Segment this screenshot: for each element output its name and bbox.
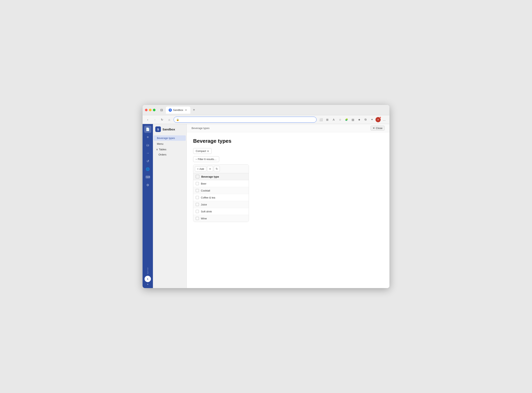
- more-options-button[interactable]: …: [381, 117, 387, 123]
- extension-icon[interactable]: 🧩: [344, 117, 349, 123]
- row-checkbox-beer[interactable]: [196, 182, 199, 185]
- table-row: Coffee & tea: [193, 194, 249, 201]
- row-checkbox-soft-drink[interactable]: [196, 210, 199, 213]
- chevron-down-icon: ∨: [207, 149, 209, 152]
- sidebar-dot: [147, 284, 148, 285]
- close-traffic-light[interactable]: [145, 109, 148, 111]
- favorites-icon[interactable]: ★: [356, 117, 362, 123]
- sidebar-icon-folder[interactable]: 🗂: [144, 142, 151, 149]
- address-bar[interactable]: 🔒: [174, 117, 317, 123]
- column-header-beverage-type: Beverage type: [201, 175, 219, 178]
- refresh-button[interactable]: ↻: [159, 117, 165, 123]
- page-title: Beverage types: [193, 138, 383, 144]
- row-checkbox-coffee-tea[interactable]: [196, 196, 199, 199]
- sidebar-icon-keyboard[interactable]: ⌨: [144, 173, 151, 181]
- grid-icon[interactable]: ⊞: [325, 117, 330, 123]
- list-icon: ≡: [209, 167, 211, 170]
- table-container: + Add ≡ ↻ Beverage type: [193, 164, 249, 222]
- reader-icon[interactable]: ▤: [350, 117, 356, 123]
- new-tab-button[interactable]: +: [191, 107, 197, 113]
- row-text-juice: Juice: [201, 203, 207, 206]
- tab-area: S Sandbox ✕ +: [166, 107, 387, 114]
- copilot-icon[interactable]: ✦: [369, 117, 375, 123]
- row-text-wine: Wine: [201, 217, 207, 220]
- tab-favicon-icon: S: [169, 108, 172, 112]
- screen-cast-icon[interactable]: ⬜: [318, 117, 324, 123]
- font-icon[interactable]: A: [331, 117, 336, 123]
- row-text-cocktail: Cocktail: [201, 189, 210, 192]
- sidebar-icon-login[interactable]: →: [144, 149, 151, 157]
- back-button[interactable]: ‹: [145, 117, 151, 123]
- row-checkbox-cocktail[interactable]: [196, 189, 199, 192]
- sidebar-bottom: kjerner k: [145, 267, 151, 286]
- nav-icons-right: ⬜ ⊞ A ☆ 🧩 ▤ ★ ⧉ ✦ A …: [318, 117, 387, 123]
- tab-title: Sandbox: [173, 108, 183, 112]
- sidebar-toggle-icon[interactable]: ⊟: [159, 107, 164, 113]
- maximize-traffic-light[interactable]: [153, 109, 156, 111]
- header-checkbox[interactable]: [196, 175, 199, 178]
- row-checkbox-juice[interactable]: [196, 203, 199, 206]
- sidebar-group-tables[interactable]: ∨ Tables: [153, 147, 187, 152]
- app-layout: 📄 ≡ 🗂 → ↺ 🌐 ⌨ ⚙ kjerner k S Sa: [143, 124, 389, 288]
- table-row: Cocktail: [193, 187, 249, 194]
- nav-brand-icon: S: [155, 126, 161, 132]
- table-toolbar: + Add ≡ ↻: [193, 165, 249, 173]
- notification-dot: [379, 117, 381, 118]
- row-text-soft-drink: Soft drink: [201, 210, 212, 213]
- home-button[interactable]: ⌂: [167, 117, 172, 123]
- tab-close-button[interactable]: ✕: [184, 108, 187, 112]
- nav-sidebar: S Sandbox Beverage types Menu ∨ Tables O…: [153, 124, 187, 288]
- minimize-traffic-light[interactable]: [149, 109, 152, 111]
- forward-button[interactable]: ›: [152, 117, 158, 123]
- breadcrumb: Beverage types: [192, 127, 209, 130]
- filter-row: › Filter 6 results…: [193, 156, 383, 162]
- nav-brand: S Sandbox: [153, 126, 187, 135]
- refresh-table-button[interactable]: ↻: [214, 166, 220, 172]
- add-button[interactable]: + Add: [195, 166, 206, 172]
- table-header: Beverage type: [193, 173, 249, 180]
- sidebar-icon-sync[interactable]: ↺: [144, 157, 151, 165]
- add-label: Add: [199, 167, 204, 170]
- close-label: Close: [376, 127, 383, 130]
- page-content: Beverage types Compact ∨ › Filter 6 resu…: [187, 133, 389, 288]
- close-button[interactable]: ✕ Close: [370, 126, 385, 131]
- toolbar-row: Compact ∨: [193, 148, 383, 154]
- collections-icon[interactable]: ⧉: [363, 117, 368, 123]
- sidebar-brand-text: kjerner: [147, 267, 149, 274]
- profile-avatar[interactable]: A: [375, 117, 381, 122]
- main-content: Beverage types ✕ Close Beverage types Co…: [187, 124, 389, 288]
- nav-bar: ‹ › ↻ ⌂ 🔒 ⬜ ⊞ A ☆ 🧩 ▤ ★ ⧉ ✦ A …: [143, 115, 389, 124]
- title-bar: ⊟ S Sandbox ✕ +: [143, 105, 389, 115]
- sidebar-item-menu[interactable]: Menu: [154, 141, 186, 147]
- add-icon: +: [197, 167, 199, 170]
- breadcrumb-bar: Beverage types ✕ Close: [187, 124, 389, 133]
- table-row: Soft drink: [193, 208, 249, 215]
- table-row: Beer: [193, 180, 249, 187]
- sidebar-icon-list[interactable]: ≡: [144, 134, 151, 141]
- sidebar-icon-globe[interactable]: 🌐: [144, 165, 151, 173]
- filter-expand-icon: ›: [196, 158, 197, 161]
- list-options-button[interactable]: ≡: [207, 166, 213, 172]
- nav-brand-name: Sandbox: [163, 128, 175, 131]
- table-row: Juice: [193, 201, 249, 208]
- star-icon[interactable]: ☆: [337, 117, 343, 123]
- lock-icon: 🔒: [176, 118, 179, 121]
- refresh-icon: ↻: [216, 167, 218, 170]
- row-text-beer: Beer: [201, 182, 206, 185]
- close-icon: ✕: [373, 127, 375, 130]
- sidebar-brand-logo: k: [145, 276, 151, 282]
- browser-tab[interactable]: S Sandbox ✕: [166, 107, 190, 114]
- compact-label: Compact: [196, 149, 206, 152]
- sidebar-item-beverage-types[interactable]: Beverage types: [154, 135, 186, 141]
- filter-label: Filter 6 results…: [198, 158, 217, 161]
- compact-button[interactable]: Compact ∨: [193, 148, 212, 154]
- sidebar-icon-document[interactable]: 📄: [144, 126, 151, 133]
- app-sidebar: 📄 ≡ 🗂 → ↺ 🌐 ⌨ ⚙ kjerner k: [143, 124, 153, 288]
- row-text-coffee-tea: Coffee & tea: [201, 196, 215, 199]
- traffic-lights: [145, 109, 156, 111]
- table-row: Wine: [193, 215, 249, 222]
- sidebar-icon-settings[interactable]: ⚙: [144, 181, 151, 189]
- row-checkbox-wine[interactable]: [196, 217, 199, 220]
- sidebar-item-orders[interactable]: Orders: [153, 152, 187, 157]
- filter-button[interactable]: › Filter 6 results…: [193, 156, 219, 162]
